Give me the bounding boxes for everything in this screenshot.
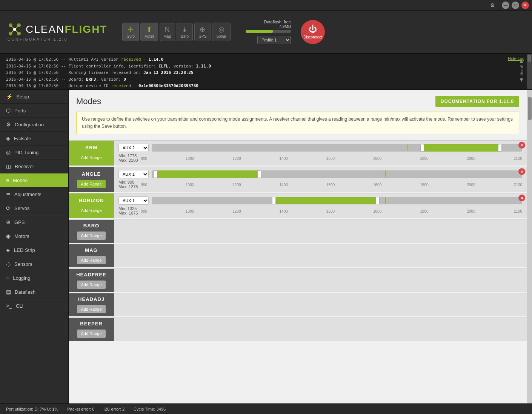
sensor-gyro[interactable]: ✛ Gyro: [122, 23, 139, 41]
config-icon: ⚙: [6, 121, 11, 127]
range-bar-active-horizon: [274, 197, 378, 204]
maximize-button[interactable]: □: [512, 2, 519, 9]
baro-icon: 🌡: [181, 26, 188, 34]
sidebar-item-adjustments[interactable]: ≣ Adjustments: [0, 187, 68, 201]
cli-icon: >_: [6, 303, 12, 309]
range-handle-left-angle[interactable]: [154, 170, 157, 178]
range-bar-angle: [152, 170, 522, 178]
sensor-mag[interactable]: N Mag: [160, 23, 175, 41]
mode-control-arm: AUX 2: [114, 141, 527, 166]
add-range-button-baro[interactable]: Add Range: [77, 232, 105, 240]
mode-row-headfree: HEADFREE Add Range: [69, 268, 527, 292]
mode-top-row-angle: AUX 1: [118, 170, 522, 178]
gear-icon[interactable]: ⚙: [490, 2, 495, 8]
sidebar-item-setup[interactable]: ⚡ Setup: [0, 90, 68, 104]
mode-row-beeper: BEEPER Add Range: [69, 317, 527, 341]
aux-select-arm[interactable]: AUX 2: [118, 144, 149, 152]
add-range-button-arm[interactable]: Add Range: [77, 153, 105, 162]
documentation-button[interactable]: DOCUMENTATION FOR 1.11.0: [435, 96, 519, 107]
mode-row-angle: ANGLE Add Range AUX 1: [69, 167, 527, 192]
modes-icon: ≡: [6, 177, 9, 183]
add-range-button-angle[interactable]: Add Range: [77, 180, 105, 188]
range-handle-right-horizon[interactable]: [376, 197, 380, 204]
sidebar-item-failsafe[interactable]: ◈ Failsafe: [0, 132, 68, 146]
sensor-accel[interactable]: ⬆ Accel: [140, 23, 158, 41]
sidebar-item-led-strip[interactable]: ◈ LED Strip: [0, 243, 68, 257]
tick: 1400: [280, 156, 288, 161]
tick: 1600: [373, 209, 381, 213]
sidebar-item-label: Sensors: [14, 261, 32, 267]
sidebar-item-label: Adjustments: [14, 192, 42, 197]
sidebar-item-label: Configuration: [15, 122, 44, 127]
add-range-button-headadj[interactable]: Add Range: [77, 305, 105, 313]
range-handle-right-arm[interactable]: [498, 144, 502, 152]
minimize-button[interactable]: —: [502, 2, 509, 9]
sidebar-item-label: Receiver: [15, 164, 34, 169]
ruler-indicator-horizon: [385, 197, 386, 204]
aux-select-angle[interactable]: AUX 1: [118, 170, 149, 178]
sidebar-item-modes[interactable]: ≡ Modes: [0, 173, 68, 187]
range-handle-right-angle[interactable]: [257, 170, 261, 178]
sensor-baro[interactable]: 🌡 Baro: [177, 23, 193, 41]
tick: 2000: [467, 209, 475, 213]
sensor-sonar[interactable]: ◎ Sonar: [212, 23, 231, 41]
sidebar-item-pid-tuning[interactable]: ◎ PID Tuning: [0, 146, 68, 159]
close-button[interactable]: ✕: [521, 2, 529, 9]
sidebar-item-gps[interactable]: ⊕ GPS: [0, 215, 68, 229]
aux-select-horizon[interactable]: AUX 1: [118, 196, 149, 205]
add-range-button-headfree[interactable]: Add Range: [77, 281, 105, 289]
range-handle-left-horizon[interactable]: [272, 197, 276, 204]
sidebar-item-label: Dataflash: [15, 289, 35, 295]
sidebar-item-logging[interactable]: ≡ Logging: [0, 271, 68, 285]
tick: 2100: [514, 183, 522, 187]
sidebar-item-receiver[interactable]: ◫ Receiver: [0, 159, 68, 173]
status-bar: Port utilization: D: 7% U: 1% Packet err…: [0, 403, 532, 414]
scroll-down-icon[interactable]: ▼: [518, 77, 524, 83]
titlebar: ⚙ — □ ✕: [0, 0, 532, 11]
logging-icon: ≡: [6, 275, 9, 281]
disconnect-button[interactable]: ⏻ Disconnect: [301, 20, 325, 44]
log-scrollbar[interactable]: [527, 54, 532, 89]
sidebar-item-cli[interactable]: >_ CLI: [0, 299, 68, 313]
mode-control-headadj: [114, 293, 527, 316]
mode-control-beeper: [114, 318, 527, 341]
sidebar-item-motors[interactable]: ◉ Motors: [0, 229, 68, 243]
content-scrollbar[interactable]: [527, 90, 532, 403]
sidebar-item-sensors[interactable]: ◌ Sensors: [0, 257, 68, 271]
port-utilization: Port utilization: D: 7% U: 1%: [6, 407, 58, 411]
sensor-gps[interactable]: ⊕ GPS: [194, 23, 211, 41]
sensors-icon: ◌: [6, 261, 11, 267]
profile-select[interactable]: Profile 1: [257, 36, 291, 44]
log-area: 2016-04-15 @ 17:02:50 -- MultiWii API ve…: [0, 54, 532, 90]
sidebar-item-servos[interactable]: ⟳ Servos: [0, 201, 68, 215]
add-range-button-horizon[interactable]: Add Range: [77, 206, 105, 215]
ruler-ticks-arm: 900 1000 1200 1400 1500 1600 1800 2000 2…: [141, 156, 522, 161]
log-line-2: 2016-04-15 @ 17:02:50 -- Flight controll…: [6, 63, 526, 70]
sidebar-item-configuration[interactable]: ⚙ Configuration: [0, 118, 68, 132]
mode-name-angle: ANGLE: [82, 171, 101, 177]
mode-bottom-row-horizon: Min: 1325 Max: 1675 900 1000 1200 1400 1…: [118, 206, 522, 215]
mode-section-headfree: HEADFREE Add Range: [69, 268, 527, 292]
content-area: Modes DOCUMENTATION FOR 1.11.0 Use range…: [69, 90, 527, 403]
range-bar-bg-arm: [152, 144, 522, 152]
sidebar-item-label: Servos: [14, 205, 29, 211]
add-range-button-mag[interactable]: Add Range: [77, 256, 105, 264]
mode-top-row-horizon: AUX 1: [118, 196, 522, 205]
tick: 1600: [373, 183, 381, 187]
sidebar-item-dataflash[interactable]: ▤ Dataflash: [0, 285, 68, 299]
sensor-baro-label: Baro: [181, 34, 189, 38]
mode-section-baro: BARO Add Range: [69, 219, 527, 243]
gyro-icon: ✛: [128, 25, 134, 34]
range-handle-left-arm[interactable]: [420, 144, 424, 152]
add-range-button-beeper[interactable]: Add Range: [77, 330, 105, 338]
sidebar-item-label: Motors: [14, 233, 29, 239]
sidebar-item-label: GPS: [14, 219, 25, 225]
ruler-indicator-arm: [407, 144, 408, 151]
scroll-up-icon[interactable]: ▲: [518, 58, 524, 64]
cycle-time: Cycle Time: 3496: [134, 407, 166, 411]
packet-error: Packet error: 0: [67, 407, 94, 411]
mode-control-headfree: [114, 269, 527, 292]
tick: 1800: [420, 209, 428, 213]
sidebar-item-ports[interactable]: ⬡ Ports: [0, 104, 68, 118]
right-panel: Dataflash: free 7.9MB Profile 1: [246, 20, 291, 44]
